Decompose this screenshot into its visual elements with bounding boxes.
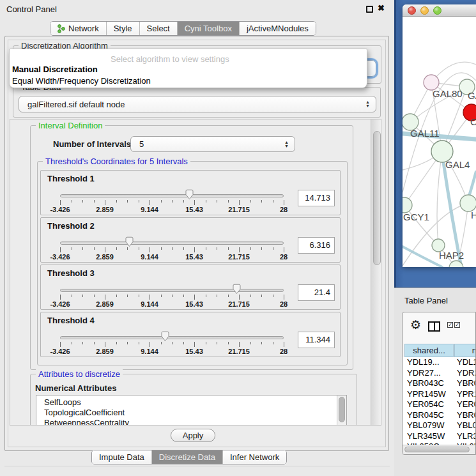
slider-tick-label: -3.426 [50, 300, 70, 308]
attribute-item-betweennesscentrality[interactable]: BetweennessCentrality [44, 418, 129, 426]
close-light-icon[interactable] [408, 6, 416, 15]
zoom-light-icon[interactable] [433, 6, 441, 15]
columns-icon[interactable] [428, 321, 440, 332]
slider-tick [82, 342, 83, 344]
slider-tick-label: 9.144 [141, 253, 158, 261]
close-icon[interactable]: ✖ [378, 3, 385, 13]
attributes-list-scrollbar-thumb[interactable] [339, 397, 345, 422]
tab-label: Impute Data [99, 452, 144, 462]
attribute-item-topologicalcoefficient[interactable]: TopologicalCoefficient [44, 408, 125, 417]
table-column-header-1[interactable]: shared... [404, 344, 454, 357]
threshold-slider-track[interactable] [60, 242, 284, 245]
table-data-group: Table Data galFiltered.sif default node … [13, 87, 381, 118]
threshold-slider-thumb[interactable] [125, 236, 134, 247]
threshold-label: Threshold 3 [47, 268, 95, 278]
slider-tick [94, 342, 95, 344]
table-row[interactable]: YPR145WYPR145 [403, 389, 476, 400]
table-cell: YBR043 [457, 378, 476, 388]
slider-tick-label: -3.426 [50, 253, 70, 261]
table-row[interactable]: YDR27...YDR27 [403, 368, 476, 379]
table-horizontal-scrollbar[interactable] [403, 445, 476, 454]
table-cell: YDL19 [457, 357, 476, 367]
slider-tick [273, 295, 273, 297]
slider-tick [194, 295, 195, 300]
slider-tick [105, 247, 105, 252]
slider-tick [250, 295, 251, 297]
tab-jactivemnodules[interactable]: jActiveMNodules [239, 22, 316, 35]
slider-tick [161, 200, 162, 203]
threshold-slider-thumb[interactable] [232, 284, 242, 295]
settings-scrollbar-thumb[interactable] [373, 131, 381, 265]
attributes-list-scrollbar[interactable] [337, 395, 346, 426]
slider-tick-label: 21.715 [228, 300, 250, 308]
algorithm-option-equal-width-frequency-discretization[interactable]: Equal Width/Frequency Discretization [12, 76, 151, 86]
checkbox-icon: ✓ [447, 322, 453, 328]
table-cell: YBR045C [407, 410, 444, 420]
algorithm-option-manual-discretization[interactable]: Manual Discretization [12, 65, 98, 74]
slider-tick [139, 247, 139, 250]
threshold-value-field[interactable]: 6.316 [298, 237, 335, 254]
slider-tick [284, 200, 284, 205]
threshold-slider-track[interactable] [60, 336, 284, 339]
table-row[interactable]: YBR043CYBR043 [403, 378, 476, 389]
threshold-slider-track[interactable] [60, 194, 284, 197]
stepper-arrows-icon[interactable]: ▲▼ [365, 100, 370, 108]
threshold-value-field[interactable]: 21.4 [298, 284, 335, 301]
tab-impute-data[interactable]: Impute Data [92, 450, 151, 464]
slider-tick [183, 342, 184, 344]
threshold-value-field[interactable]: 11.344 [298, 332, 335, 348]
slider-tick [116, 200, 117, 203]
table-horizontal-scrollbar-thumb[interactable] [404, 447, 470, 452]
slider-tick [250, 342, 251, 344]
network-node-label: GAL11 [410, 128, 440, 139]
threshold-slider-thumb[interactable] [185, 189, 194, 200]
tab-infer-network[interactable]: Infer Network [222, 450, 286, 464]
slider-tick [116, 247, 117, 250]
threshold-value-field[interactable]: 14.713 [298, 190, 335, 206]
stepper-arrows-icon[interactable]: ▲▼ [284, 141, 289, 148]
slider-tick [60, 200, 61, 205]
slider-tick [261, 295, 262, 297]
table-row[interactable]: YBL079WYBL079 [403, 420, 476, 431]
tab-network[interactable]: Network [50, 22, 106, 35]
slider-tick [116, 342, 117, 344]
settings-scrollbar[interactable] [371, 119, 381, 426]
table-data-combobox[interactable]: galFiltered.sif default node ▲▼ [19, 96, 376, 112]
tab-discretize-data[interactable]: Discretize Data [151, 450, 222, 464]
number-of-intervals-label: Number of Intervals [53, 139, 131, 149]
slider-tick-label: 21.715 [228, 253, 250, 261]
network-window-titlebar[interactable] [403, 4, 476, 17]
algorithm-hint-text: Select algorithm to view settings [111, 54, 229, 64]
apply-button[interactable]: Apply [171, 429, 215, 442]
slider-tick [239, 200, 240, 205]
gear-icon[interactable]: ⚙ [410, 318, 421, 332]
thresholds-group-label: Threshold's Coordinates for 5 Intervals [43, 157, 190, 166]
slider-tick-label: 28 [280, 300, 288, 308]
select-columns-checkboxes-icon[interactable]: ✓ ✓ [447, 322, 460, 328]
minimize-light-icon[interactable] [420, 6, 429, 15]
network-canvas[interactable]: GAL80GACGAL11GAL4GCY1HHAP2 [403, 17, 476, 267]
tab-select[interactable]: Select [139, 22, 177, 35]
table-row[interactable]: YER054CYER054 [403, 399, 476, 410]
table-cell: YDR27 [457, 368, 476, 378]
slider-tick [127, 342, 128, 344]
network-node-label: H [471, 210, 476, 220]
table-row[interactable]: YBR045CYBR045 [403, 410, 476, 421]
tab-label: Style [114, 24, 132, 33]
threshold-slider-track[interactable] [60, 289, 284, 292]
slider-tick [239, 247, 240, 252]
network-node[interactable] [403, 197, 412, 213]
slider-tick [239, 295, 240, 300]
tab-cyni-toolbox[interactable]: Cyni Toolbox [177, 22, 239, 35]
number-of-intervals-spinner[interactable]: 5 ▲▼ [130, 136, 295, 152]
table-row[interactable]: YDL19...YDL19 [403, 357, 476, 368]
attribute-item-selfloops[interactable]: SelfLoops [44, 397, 81, 407]
table-row[interactable]: YLR345WYLR345 [403, 431, 476, 442]
float-window-icon[interactable] [366, 6, 373, 13]
slider-tick [94, 200, 95, 203]
threshold-slider-thumb[interactable] [160, 331, 170, 342]
tab-style[interactable]: Style [106, 22, 139, 35]
table-column-header-2[interactable]: na [454, 344, 476, 357]
slider-tick-label: 15.43 [185, 253, 203, 261]
slider-tick [183, 247, 184, 250]
